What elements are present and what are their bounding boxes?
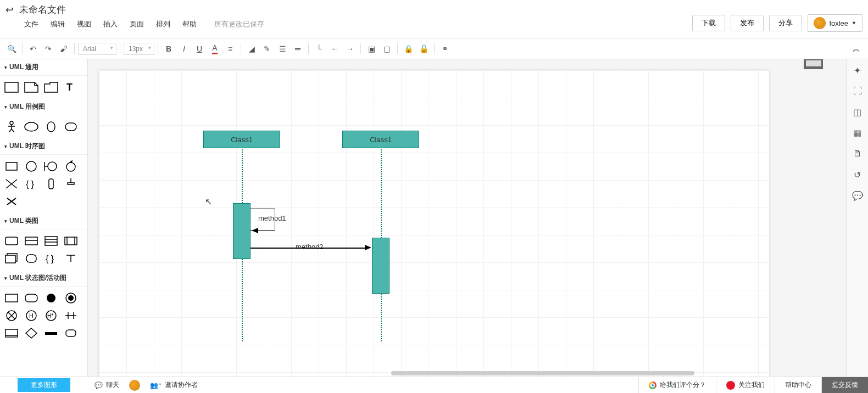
shape-text[interactable]: T xyxy=(62,79,80,96)
shape-bar[interactable] xyxy=(2,325,21,341)
shape-boundary2[interactable] xyxy=(42,158,60,175)
method2-label[interactable]: method2 xyxy=(296,243,324,251)
shape-hbar[interactable] xyxy=(42,325,60,341)
shape-simpleclass[interactable] xyxy=(2,233,21,249)
font-select[interactable]: Arial xyxy=(78,43,116,55)
line-color-icon[interactable]: ✎ xyxy=(260,42,274,56)
shape-folded-note[interactable] xyxy=(22,79,41,96)
share-button[interactable]: 分享 xyxy=(769,15,802,31)
activation-a[interactable] xyxy=(233,203,251,259)
zoom-icon[interactable]: ◫ xyxy=(851,105,864,119)
shape-deletion[interactable] xyxy=(62,176,80,192)
page-thumbnail[interactable] xyxy=(804,59,823,69)
shape-class2[interactable] xyxy=(22,233,41,249)
collapse-toolbar-icon[interactable]: ︽ xyxy=(849,42,864,56)
shape-rrect2[interactable] xyxy=(62,325,80,341)
shape-alt[interactable] xyxy=(2,176,21,192)
fontsize-select[interactable]: 13px xyxy=(124,43,154,55)
menu-page[interactable]: 页面 xyxy=(130,19,144,29)
comment-icon[interactable]: 💬 xyxy=(851,189,864,202)
history-icon[interactable]: ↺ xyxy=(851,168,864,181)
shape-package[interactable] xyxy=(42,79,60,96)
user-menu[interactable]: foxlee ▼ xyxy=(808,14,863,32)
canvas-page[interactable]: Class1 Class1 method1 method2 ↖ xyxy=(99,70,769,377)
connector-icon[interactable]: └ xyxy=(312,42,326,56)
text-color-icon[interactable]: A xyxy=(208,42,222,56)
shape-constraint2[interactable]: { } xyxy=(42,250,60,267)
shape-end[interactable] xyxy=(2,307,21,324)
back-arrow-icon[interactable]: ↩ xyxy=(5,4,14,16)
help-button[interactable]: 帮助中心 xyxy=(775,377,821,394)
shape-class3[interactable] xyxy=(42,233,60,249)
shape-final[interactable] xyxy=(62,290,80,306)
shape-note[interactable] xyxy=(2,79,21,96)
download-button[interactable]: 下载 xyxy=(692,15,725,31)
shape-deephistory[interactable]: H* xyxy=(42,307,60,324)
lock-icon[interactable]: 🔒 xyxy=(401,42,415,56)
section-uml-class[interactable]: UML 类图 xyxy=(0,213,87,229)
chat-button[interactable]: 💬 聊天 xyxy=(94,380,119,390)
shape-control[interactable] xyxy=(62,158,80,175)
method1-label[interactable]: method1 xyxy=(258,214,286,222)
menu-view[interactable]: 视图 xyxy=(77,19,91,29)
bring-front-icon[interactable]: ▣ xyxy=(364,42,379,56)
underline-icon[interactable]: U xyxy=(192,42,207,56)
layers-icon[interactable]: ▦ xyxy=(851,126,864,139)
send-back-icon[interactable]: ▢ xyxy=(380,42,394,56)
arrow-start-icon[interactable]: ← xyxy=(327,42,342,56)
italic-icon[interactable]: I xyxy=(177,42,191,56)
fill-color-icon[interactable]: ◢ xyxy=(244,42,259,56)
lifeline-class1-a[interactable]: Class1 xyxy=(203,131,280,148)
section-uml-sequence[interactable]: UML 时序图 xyxy=(0,138,87,155)
shape-rrect[interactable] xyxy=(22,250,41,267)
feedback-button[interactable]: 提交反馈 xyxy=(821,377,868,394)
menu-help[interactable]: 帮助 xyxy=(182,19,197,29)
shape-port[interactable] xyxy=(62,250,80,267)
publish-button[interactable]: 发布 xyxy=(731,15,764,31)
lifeline-class1-b[interactable]: Class1 xyxy=(342,131,419,148)
section-uml-usecase[interactable]: UML 用例图 xyxy=(0,99,87,115)
shape-entity[interactable] xyxy=(22,158,41,175)
section-uml-state[interactable]: UML 状态图/活动图 xyxy=(0,270,87,287)
menu-edit[interactable]: 编辑 xyxy=(51,19,65,29)
invite-button[interactable]: 👥⁺ 邀请协作者 xyxy=(150,380,198,390)
page-icon[interactable]: 🗎 xyxy=(851,147,864,160)
shape-multiobj[interactable] xyxy=(2,250,21,267)
undo-icon[interactable]: ↶ xyxy=(26,42,40,56)
arrow-end-icon[interactable]: → xyxy=(343,42,357,56)
shape-fork[interactable] xyxy=(62,307,80,324)
more-shapes-button[interactable]: 更多图形 xyxy=(18,378,70,392)
shape-actor[interactable] xyxy=(2,119,21,135)
shape-initial[interactable] xyxy=(42,290,60,306)
align-icon[interactable]: ≡ xyxy=(223,42,237,56)
shape-boundary[interactable] xyxy=(62,119,80,135)
activation-b[interactable] xyxy=(372,238,390,294)
collab-avatar-icon[interactable] xyxy=(129,380,140,391)
unlock-icon[interactable]: 🔓 xyxy=(416,42,431,56)
follow-button[interactable]: 关注我们 xyxy=(716,377,775,394)
shape-usecase[interactable] xyxy=(22,119,41,135)
rate-button[interactable]: 给我们评个分？ xyxy=(638,377,716,394)
search-icon[interactable]: 🔍 xyxy=(4,42,19,56)
menu-arrange[interactable]: 排列 xyxy=(156,19,170,29)
redo-icon[interactable]: ↷ xyxy=(41,42,55,56)
canvas-viewport[interactable]: Class1 Class1 method1 method2 ↖ xyxy=(88,59,846,377)
menu-insert[interactable]: 插入 xyxy=(103,19,118,29)
shape-oval-small[interactable] xyxy=(42,119,60,135)
fit-icon[interactable]: ⛶ xyxy=(851,85,864,98)
shape-activation[interactable] xyxy=(42,176,60,192)
line-width-icon[interactable]: ═ xyxy=(291,42,305,56)
shape-rstate[interactable] xyxy=(22,290,41,306)
section-uml-common[interactable]: UML 通用 xyxy=(0,59,87,76)
link-icon[interactable]: ⚭ xyxy=(438,42,452,56)
menu-file[interactable]: 文件 xyxy=(24,19,38,29)
shape-constraint[interactable]: { } xyxy=(22,176,41,192)
navigator-icon[interactable]: ✦ xyxy=(851,64,864,77)
shape-history[interactable]: H xyxy=(22,307,41,324)
bold-icon[interactable]: B xyxy=(162,42,176,56)
document-title[interactable]: 未命名文件 xyxy=(19,3,66,16)
line-style-icon[interactable]: ☰ xyxy=(275,42,290,56)
format-painter-icon[interactable]: 🖌 xyxy=(57,42,71,56)
shape-lifeline[interactable] xyxy=(2,158,21,175)
shape-activeclass[interactable] xyxy=(62,233,80,249)
